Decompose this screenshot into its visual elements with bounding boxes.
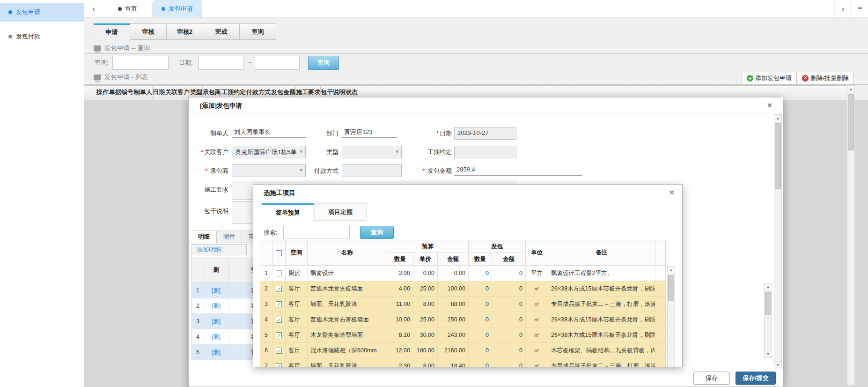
project-row[interactable]: 5 客厅 木龙骨夹板造型墙面 8.10 30.00 243.00 0 0 ㎡ 2…	[260, 327, 666, 343]
search-button[interactable]: 查询	[308, 56, 339, 70]
budget-group-header: 预算	[387, 240, 469, 253]
column-header[interactable]: 单据编号	[109, 86, 134, 99]
scroll-up-icon[interactable]: ▲	[765, 283, 772, 291]
space-cell: 客厅	[286, 343, 308, 358]
contract-amount-cell: 0	[492, 343, 526, 358]
project-row[interactable]: 3 客厅 墙面、天花乳胶漆 11.00 8.00 88.00 0 0 ㎡ 专用成…	[260, 297, 666, 312]
workflow-tab[interactable]: 完成	[203, 23, 240, 40]
delete-row-link[interactable]: [删]	[212, 303, 221, 309]
close-icon[interactable]: ✕	[669, 188, 675, 197]
project-row[interactable]: 4 客厅 普通木龙骨石膏板墙面 10.00 25.00 250.00 0 0 ㎡…	[260, 312, 666, 327]
project-tab[interactable]: 签单预算	[262, 203, 314, 221]
divider	[84, 84, 868, 85]
row-checkbox[interactable]	[276, 317, 282, 323]
scrollbar-thumb[interactable]	[848, 94, 854, 150]
save-button[interactable]: 保存	[693, 372, 730, 385]
scrollbar-thumb[interactable]	[668, 275, 674, 301]
project-row[interactable]: 1 厨房 飘窗设计 2.00 0.00 0.00 0 0 平方 飘窗设计工程量2…	[260, 266, 666, 281]
delete-row-link[interactable]: [删]	[212, 349, 221, 356]
workflow-tab[interactable]: 查询	[240, 23, 276, 40]
row-select-cell[interactable]	[272, 358, 286, 368]
project-search-button[interactable]: 查询	[360, 226, 394, 239]
filler-cell	[655, 343, 666, 358]
row-select-cell[interactable]	[272, 312, 286, 327]
scroll-down-icon[interactable]: ▼	[774, 361, 781, 369]
scrollbar-thumb[interactable]	[775, 123, 781, 189]
nav-forward-icon[interactable]: ›	[834, 0, 851, 17]
scroll-up-icon[interactable]: ▲	[668, 267, 675, 274]
query-input[interactable]	[112, 56, 169, 70]
save-submit-button[interactable]: 保存/提交	[736, 372, 776, 385]
workflow-tab[interactable]: 审核2	[167, 23, 203, 40]
scrollbar-thumb[interactable]	[765, 292, 771, 315]
top-tab[interactable]: 首页	[109, 0, 147, 17]
type-select[interactable]	[342, 146, 402, 158]
column-header[interactable]: 操作	[96, 86, 109, 99]
date-from-input[interactable]	[199, 56, 243, 70]
detail-table-scrollbar[interactable]: ▲ ▼	[764, 283, 772, 358]
workflow-tab[interactable]: 审核	[130, 23, 167, 40]
column-header[interactable]: 日期	[153, 86, 165, 99]
top-tab[interactable]: 发包申请 ×	[152, 0, 202, 17]
add-detail-link[interactable]: 添加明细	[197, 246, 221, 254]
menu-icon[interactable]: ≡	[851, 0, 868, 17]
delete-row-link[interactable]: [删]	[212, 334, 221, 340]
workflow-tab[interactable]: 申请	[94, 23, 130, 40]
row-select-cell[interactable]	[272, 327, 286, 343]
row-select-cell[interactable]	[272, 297, 286, 312]
column-header[interactable]: 制单人	[134, 86, 153, 99]
row-number: 4	[260, 312, 272, 327]
contract-amount-cell: 0	[492, 266, 526, 281]
scroll-up-icon[interactable]: ▲	[774, 115, 781, 122]
date-to-input[interactable]	[255, 56, 300, 70]
project-tab[interactable]: 项目定额	[314, 203, 367, 221]
duration-field[interactable]	[454, 146, 516, 158]
unit-cell: ㎡	[526, 343, 548, 358]
delete-button[interactable]: ✕ 删除/批量删除	[797, 72, 854, 84]
project-table-scrollbar[interactable]: ▲	[667, 266, 675, 367]
row-checkbox[interactable]	[276, 301, 282, 307]
row-checkbox[interactable]	[276, 363, 282, 367]
detail-tab[interactable]: 明细	[191, 231, 217, 243]
project-row[interactable]: 2 客厅 普通木龙骨夹板墙面 4.00 25.00 100.00 0 0 ㎡ 2…	[260, 281, 666, 297]
close-icon[interactable]: ✕	[766, 101, 772, 110]
row-checkbox[interactable]	[276, 286, 282, 292]
row-number-header	[192, 257, 204, 283]
add-request-button[interactable]: + 添加发包申请	[742, 72, 797, 84]
row-number: 4	[192, 329, 204, 345]
row-checkbox[interactable]	[276, 348, 282, 354]
modal-scrollbar[interactable]: ▲ ▼	[774, 114, 782, 369]
scroll-up-icon[interactable]: ▲	[847, 86, 854, 93]
nav-back-icon[interactable]: ‹	[84, 0, 103, 17]
customer-select[interactable]: 奥克斯国际广场1栋5单	[232, 146, 306, 158]
row-checkbox[interactable]	[276, 270, 282, 276]
project-search-input[interactable]	[283, 226, 350, 238]
amount-cell: 18.40	[438, 358, 469, 368]
row-select-cell[interactable]	[272, 281, 286, 297]
column-header[interactable]: 关联客户	[165, 86, 190, 99]
row-select-cell[interactable]	[272, 343, 286, 358]
sidebar-item[interactable]: 发包申请	[0, 3, 84, 22]
date-field[interactable]: 2023-10-27	[454, 127, 516, 140]
row-checkbox[interactable]	[276, 332, 282, 338]
project-table-body: 1 厨房 飘窗设计 2.00 0.00 0.00 0 0 平方 飘窗设计工程量2…	[260, 266, 666, 368]
sidebar-item[interactable]: 发包付款	[0, 27, 84, 46]
amount-cell: 88.00	[438, 297, 469, 312]
select-all-checkbox[interactable]	[276, 250, 282, 256]
delete-row-link[interactable]: [删]	[212, 287, 221, 294]
maker-field[interactable]: 刘大同董事长	[232, 127, 306, 138]
detail-tab[interactable]: 附件	[217, 231, 242, 243]
dept-field[interactable]: 直营店123	[342, 127, 397, 138]
select-all-header[interactable]	[272, 240, 286, 266]
row-select-cell[interactable]	[272, 266, 286, 281]
amount-field[interactable]: 2859.4	[454, 164, 582, 176]
project-row[interactable]: 6 客厅 混水漆储藏柜（深600mm 12.00 180.00 2160.00 …	[260, 343, 666, 358]
delete-row-link[interactable]: [删]	[212, 318, 221, 325]
project-row[interactable]: 7 客厅 墙面、天花乳胶漆 2.30 8.00 18.40 0 0 ㎡ 专用成品…	[260, 358, 666, 368]
contractor-select[interactable]	[232, 164, 306, 177]
payment-field[interactable]	[342, 164, 402, 177]
content-scrollbar[interactable]: ▲	[847, 85, 855, 385]
scroll-down-icon[interactable]: ▼	[765, 350, 772, 357]
price-cell: 180.00	[413, 343, 438, 358]
qty-cell: 2.00	[387, 266, 413, 281]
